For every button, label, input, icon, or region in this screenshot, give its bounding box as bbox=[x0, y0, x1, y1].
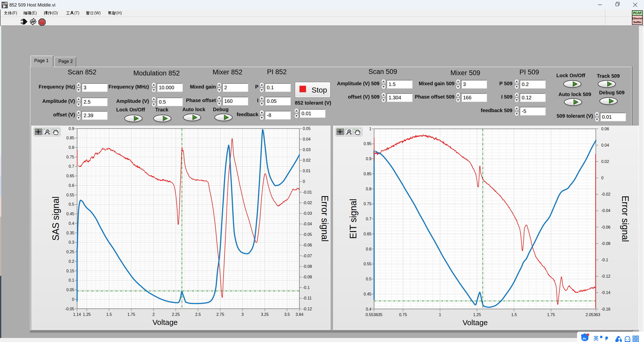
svg-text:0.553635: 0.553635 bbox=[366, 313, 383, 317]
svg-text:-0.11: -0.11 bbox=[303, 296, 312, 300]
svg-text:1.14: 1.14 bbox=[73, 312, 81, 317]
svg-text:0.7: 0.7 bbox=[69, 164, 74, 168]
svg-text:0.05: 0.05 bbox=[66, 288, 74, 292]
svg-text:-0.1: -0.1 bbox=[303, 285, 310, 290]
svg-text:0.45: 0.45 bbox=[66, 212, 74, 216]
svg-text:0.7: 0.7 bbox=[366, 217, 371, 221]
svg-text:0.5: 0.5 bbox=[366, 277, 371, 281]
svg-text:0.95: 0.95 bbox=[364, 142, 371, 146]
svg-text:0.55: 0.55 bbox=[66, 193, 74, 197]
svg-text:0.02: 0.02 bbox=[303, 158, 311, 162]
svg-text:0.75: 0.75 bbox=[399, 313, 407, 317]
svg-text:-0.02: -0.02 bbox=[601, 192, 611, 196]
svg-text:2.75: 2.75 bbox=[216, 312, 224, 317]
svg-text:1.75: 1.75 bbox=[547, 313, 555, 317]
svg-text:1.25: 1.25 bbox=[473, 313, 481, 317]
svg-text:0.65: 0.65 bbox=[66, 174, 74, 178]
svg-text:-0.14: -0.14 bbox=[601, 290, 611, 295]
svg-text:0.9: 0.9 bbox=[69, 126, 74, 131]
svg-text:2.05363: 2.05363 bbox=[586, 313, 600, 317]
svg-text:SAS signal: SAS signal bbox=[51, 196, 61, 241]
svg-text:0.85: 0.85 bbox=[66, 136, 74, 140]
svg-text:0: 0 bbox=[72, 297, 74, 302]
svg-text:Error signal: Error signal bbox=[620, 196, 630, 242]
svg-text:Voltage: Voltage bbox=[153, 318, 178, 326]
svg-text:Voltage: Voltage bbox=[463, 318, 488, 327]
svg-text:0.03: 0.03 bbox=[303, 148, 311, 152]
svg-text:2.5: 2.5 bbox=[195, 312, 201, 317]
svg-text:0.05: 0.05 bbox=[303, 126, 311, 131]
svg-text:0: 0 bbox=[303, 179, 305, 184]
svg-text:0.35: 0.35 bbox=[66, 231, 74, 235]
svg-text:-0.02: -0.02 bbox=[303, 201, 312, 205]
svg-text:0.8: 0.8 bbox=[366, 187, 371, 191]
svg-text:0.1: 0.1 bbox=[69, 278, 74, 282]
svg-text:-0.06: -0.06 bbox=[303, 243, 312, 247]
svg-text:0.75: 0.75 bbox=[364, 202, 371, 206]
svg-text:0.5: 0.5 bbox=[69, 202, 74, 206]
svg-text:0.55: 0.55 bbox=[364, 262, 371, 266]
svg-text:0.4: 0.4 bbox=[69, 221, 74, 226]
svg-text:0.04: 0.04 bbox=[601, 143, 609, 147]
svg-text:-0.1: -0.1 bbox=[601, 258, 608, 262]
svg-text:0.25: 0.25 bbox=[66, 250, 74, 254]
svg-text:0.65: 0.65 bbox=[364, 232, 371, 236]
svg-text:0.06: 0.06 bbox=[601, 127, 609, 131]
svg-text:du: du bbox=[583, 336, 586, 340]
svg-text:1.5: 1.5 bbox=[511, 313, 517, 317]
svg-text:0.45: 0.45 bbox=[364, 292, 371, 296]
svg-text:-0.08: -0.08 bbox=[601, 241, 611, 246]
svg-text:0.04: 0.04 bbox=[303, 137, 311, 141]
svg-text:0.02: 0.02 bbox=[601, 159, 609, 164]
svg-text:0.6: 0.6 bbox=[366, 247, 371, 251]
svg-text:0.3: 0.3 bbox=[69, 240, 74, 244]
svg-text:1.75: 1.75 bbox=[127, 312, 135, 317]
svg-text:0.9: 0.9 bbox=[366, 157, 371, 161]
svg-text:0.4: 0.4 bbox=[366, 307, 371, 311]
svg-text:-0.08: -0.08 bbox=[303, 264, 312, 269]
svg-text:1.5: 1.5 bbox=[106, 312, 112, 317]
svg-text:-0.06: -0.06 bbox=[601, 225, 611, 229]
svg-text:-0.07: -0.07 bbox=[303, 254, 312, 258]
svg-text:0.75: 0.75 bbox=[66, 155, 74, 159]
svg-text:0.01: 0.01 bbox=[303, 169, 311, 173]
svg-text:0: 0 bbox=[601, 176, 603, 180]
svg-text:0.6: 0.6 bbox=[69, 183, 74, 188]
svg-text:-0.09: -0.09 bbox=[303, 275, 312, 279]
svg-text:2.25: 2.25 bbox=[172, 312, 180, 317]
svg-text:-0.03: -0.03 bbox=[303, 211, 312, 216]
svg-text:3: 3 bbox=[241, 312, 244, 317]
svg-text:1: 1 bbox=[439, 313, 441, 317]
svg-text:-0.01: -0.01 bbox=[303, 190, 312, 194]
svg-text:1: 1 bbox=[369, 127, 371, 131]
svg-text:-0.04: -0.04 bbox=[303, 222, 312, 226]
svg-text:0.85: 0.85 bbox=[364, 172, 371, 176]
svg-text:0.2: 0.2 bbox=[69, 259, 74, 264]
svg-text:-0.05: -0.05 bbox=[303, 232, 312, 237]
svg-text:-0.04: -0.04 bbox=[601, 208, 611, 213]
svg-text:3.64: 3.64 bbox=[295, 312, 303, 317]
svg-text:-0.12: -0.12 bbox=[303, 307, 312, 311]
svg-text:Error signal: Error signal bbox=[320, 195, 330, 242]
svg-text:0.15: 0.15 bbox=[66, 269, 74, 273]
svg-text:-0.05: -0.05 bbox=[65, 307, 74, 311]
svg-text:-0.16: -0.16 bbox=[601, 307, 611, 311]
svg-text:EIT signal: EIT signal bbox=[348, 199, 358, 239]
svg-text:-0.12: -0.12 bbox=[601, 274, 611, 278]
svg-text:3.5: 3.5 bbox=[284, 312, 290, 317]
svg-text:2: 2 bbox=[153, 312, 155, 317]
svg-text:1.25: 1.25 bbox=[83, 312, 91, 317]
svg-text:3.25: 3.25 bbox=[261, 312, 269, 317]
svg-text:0.8: 0.8 bbox=[69, 145, 74, 150]
